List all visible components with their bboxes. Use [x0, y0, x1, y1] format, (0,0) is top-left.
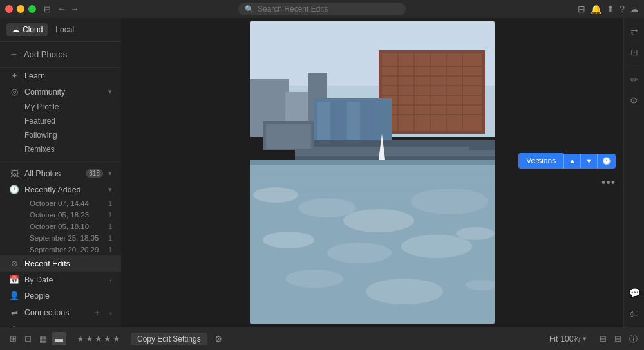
more-dots-icon[interactable]: •••	[601, 176, 616, 190]
filter-icon[interactable]: ⊟	[578, 4, 585, 14]
settings-gear-icon[interactable]: ⚙	[213, 332, 225, 346]
sidebar-item-recently-added[interactable]: 🕐 Recently Added ▾	[0, 181, 121, 198]
right-panel: ⇄ ⊡ ✏ ⚙ 💬 🏷	[623, 18, 644, 327]
svg-point-35	[327, 243, 392, 263]
cloud-tab[interactable]: ☁ Cloud	[6, 23, 48, 36]
my-profile-label: My Profile	[24, 102, 112, 111]
local-tab-label: Local	[55, 25, 74, 34]
following-label: Following	[24, 131, 112, 140]
sidebar-date-item-1[interactable]: October 05, 18.23 1	[0, 209, 121, 221]
local-tab[interactable]: Local	[50, 23, 79, 36]
sidebar-date-item-3[interactable]: September 25, 18.05 1	[0, 232, 121, 244]
search-bar[interactable]: 🔍	[238, 3, 406, 15]
recently-added-chevron-icon: ▾	[108, 185, 112, 194]
sidebar-item-community[interactable]: ◎ Community ▾	[0, 84, 121, 100]
sidebar-item-following[interactable]: Following	[0, 128, 121, 142]
search-icon: 🔍	[245, 5, 254, 14]
sidebar-toggle-icon[interactable]: ⊟	[41, 3, 53, 15]
adjust-icon[interactable]: ⇄	[626, 23, 643, 40]
date-count-2: 1	[108, 223, 112, 230]
versions-button[interactable]: Versions	[518, 153, 564, 169]
version-up-icon[interactable]: ▲	[564, 154, 581, 168]
search-input[interactable]	[258, 5, 399, 14]
star-3[interactable]: ★	[95, 334, 102, 344]
sidebar-item-remixes[interactable]: Remixes	[0, 142, 121, 156]
layout-icons: ⊟ ⊞	[597, 333, 624, 345]
sidebar-item-deleted[interactable]: 🗑 Deleted 3	[0, 322, 121, 327]
star-4[interactable]: ★	[104, 334, 111, 344]
sidebar-date-item-2[interactable]: October 05, 18.10 1	[0, 221, 121, 232]
forward-arrow-icon[interactable]: →	[69, 4, 80, 14]
learn-icon: ✦	[9, 71, 19, 80]
sidebar-item-by-date[interactable]: 📅 By Date ‹	[0, 272, 121, 288]
layout-filmstrip-icon[interactable]: ⊞	[612, 333, 624, 345]
date-count-3: 1	[108, 234, 112, 242]
recently-added-label: Recently Added	[24, 185, 103, 194]
share-icon[interactable]: ⬆	[607, 4, 614, 14]
maximize-button[interactable]	[28, 5, 36, 13]
crop-icon[interactable]: ⊡	[626, 44, 643, 60]
bell-icon[interactable]: 🔔	[591, 4, 601, 14]
star-2[interactable]: ★	[86, 334, 93, 344]
svg-rect-6	[382, 53, 482, 131]
version-history-icon[interactable]: 🕐	[598, 154, 616, 169]
sidebar-item-featured[interactable]: Featured	[0, 114, 121, 128]
view-grid-large-icon[interactable]: ▦	[36, 332, 50, 345]
date-label-2: October 05, 18.10	[30, 223, 108, 230]
sidebar-item-connections[interactable]: ⇌ Connections ＋ ‹	[0, 304, 121, 322]
people-icon: 👤	[9, 291, 19, 300]
version-down-icon[interactable]: ▼	[581, 154, 598, 168]
recent-edits-label: Recent Edits	[24, 259, 112, 268]
copy-edit-settings-button[interactable]: Copy Edit Settings	[131, 333, 207, 345]
close-button[interactable]	[5, 5, 13, 13]
svg-point-32	[343, 209, 414, 232]
sidebar-item-recent-edits[interactable]: ⊙ Recent Edits	[0, 255, 121, 272]
sidebar-item-people[interactable]: 👤 People	[0, 288, 121, 304]
zoom-level: 100%	[560, 335, 580, 344]
community-icon: ◎	[9, 87, 19, 97]
fit-label[interactable]: Fit	[549, 335, 558, 344]
versions-overlay: Versions ▲ ▼ 🕐	[518, 153, 616, 169]
svg-point-37	[456, 227, 495, 240]
photo-viewer: Versions ▲ ▼ 🕐 •••	[121, 18, 623, 327]
date-label-1: October 05, 18.23	[30, 211, 108, 219]
healing-icon[interactable]: ✏	[626, 71, 643, 88]
star-5[interactable]: ★	[113, 334, 120, 344]
recent-edits-icon: ⊙	[9, 259, 19, 268]
by-date-icon: 📅	[9, 275, 19, 284]
titlebar: ⊟ ← → 🔍 ⊟ 🔔 ⬆ ? ☁	[0, 0, 644, 18]
settings-detail-icon[interactable]: ⚙	[626, 92, 643, 109]
svg-rect-41	[250, 160, 495, 165]
help-icon[interactable]: ?	[620, 4, 625, 14]
sidebar-date-item-4[interactable]: September 20, 20.29 1	[0, 244, 121, 255]
svg-rect-27	[266, 124, 311, 149]
sidebar-item-all-photos[interactable]: 🖼 All Photos 818 ▾	[0, 161, 121, 181]
right-panel-separator	[628, 66, 641, 66]
sidebar-item-learn[interactable]: ✦ Learn	[0, 68, 121, 84]
view-grid-small-icon[interactable]: ⊞	[6, 332, 20, 345]
community-chevron-icon: ▾	[108, 88, 112, 96]
connections-label: Connections	[24, 308, 86, 317]
date-count-1: 1	[108, 211, 112, 219]
connections-add-icon[interactable]: ＋	[93, 307, 102, 318]
photo-svg	[250, 21, 495, 324]
info-icon[interactable]: ⓘ	[629, 333, 638, 345]
featured-label: Featured	[24, 116, 112, 125]
view-icons: ⊞ ⊡ ▦ ▬	[6, 332, 66, 345]
view-grid-medium-icon[interactable]: ⊡	[21, 332, 35, 345]
sidebar-date-item-0[interactable]: October 07, 14.44 1	[0, 198, 121, 209]
add-photos-button[interactable]: ＋ Add Photos	[0, 42, 121, 68]
cloud-icon[interactable]: ☁	[630, 4, 639, 14]
star-1[interactable]: ★	[77, 334, 84, 344]
back-arrow-icon[interactable]: ←	[56, 4, 68, 14]
date-label-3: September 25, 18.05	[30, 234, 108, 242]
layout-compare-icon[interactable]: ⊟	[597, 333, 609, 345]
zoom-dropdown-icon[interactable]: ▾	[583, 335, 587, 343]
comment-icon[interactable]: 💬	[626, 284, 643, 301]
view-single-icon[interactable]: ▬	[52, 332, 66, 345]
versions-controls: ▲ ▼ 🕐	[564, 154, 616, 169]
sidebar-item-my-profile[interactable]: My Profile	[0, 100, 121, 114]
minimize-button[interactable]	[17, 5, 24, 13]
cloud-tab-label: Cloud	[23, 25, 43, 34]
tag-icon[interactable]: 🏷	[626, 305, 643, 322]
